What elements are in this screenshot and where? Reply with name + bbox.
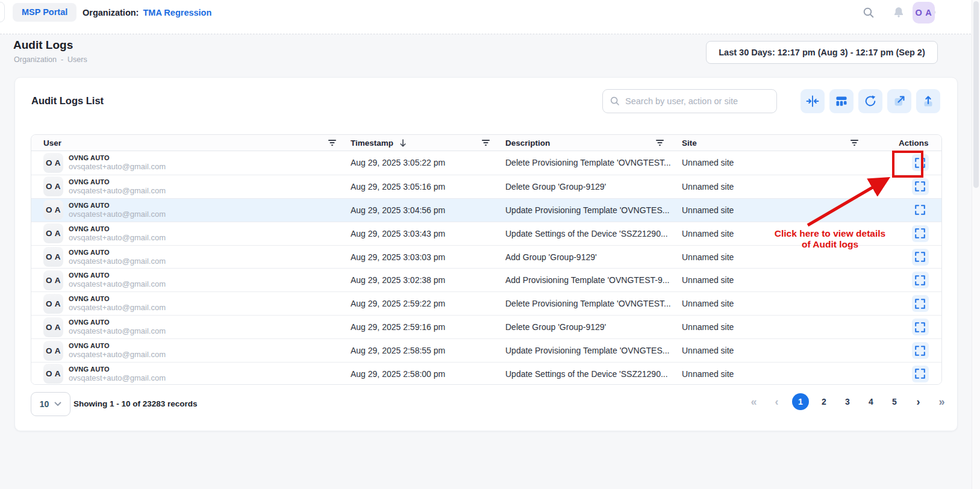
column-header-description[interactable]: Description xyxy=(505,139,682,148)
table-row[interactable]: O A OVNG AUTO ovsqatest+auto@gmail.com A… xyxy=(31,362,941,385)
table-row[interactable]: O A OVNG AUTO ovsqatest+auto@gmail.com A… xyxy=(31,151,941,175)
open-in-new-button[interactable] xyxy=(887,89,911,113)
view-details-button[interactable] xyxy=(912,272,929,288)
user-name: OVNG AUTO xyxy=(69,366,166,373)
table-row[interactable]: O A OVNG AUTO ovsqatest+auto@gmail.com A… xyxy=(31,291,941,315)
table-header-row: User Timestamp Description Site Actions xyxy=(31,135,941,151)
sort-desc-icon[interactable] xyxy=(399,139,407,148)
expand-icon xyxy=(915,205,925,215)
export-button[interactable] xyxy=(916,89,940,113)
msp-portal-button[interactable]: MSP Portal xyxy=(13,3,76,22)
page-title: Audit Logs xyxy=(13,39,73,52)
avatar: O A xyxy=(43,200,63,220)
table-row[interactable]: O A OVNG AUTO ovsqatest+auto@gmail.com A… xyxy=(31,268,941,291)
expand-icon xyxy=(915,322,925,332)
site-cell: Unnamed site xyxy=(682,346,899,355)
filter-icon[interactable] xyxy=(655,139,664,146)
user-cell: O A OVNG AUTO ovsqatest+auto@gmail.com xyxy=(43,270,351,290)
previous-page-button[interactable]: ‹ xyxy=(769,396,784,408)
date-range-picker[interactable]: Last 30 Days: 12:17 pm (Aug 3) - 12:17 p… xyxy=(706,41,938,64)
view-details-button[interactable] xyxy=(912,295,929,312)
avatar: O A xyxy=(43,176,63,196)
view-details-button[interactable] xyxy=(912,366,929,382)
breadcrumb: Organization - Users xyxy=(14,55,87,64)
page-button[interactable]: 4 xyxy=(863,393,879,410)
scrollbar-thumb[interactable] xyxy=(973,1,979,188)
user-email: ovsqatest+auto@gmail.com xyxy=(69,373,166,382)
expand-icon xyxy=(915,228,925,238)
table-row[interactable]: O A OVNG AUTO ovsqatest+auto@gmail.com A… xyxy=(31,315,941,338)
notifications-bell-icon[interactable] xyxy=(891,5,906,20)
user-name: OVNG AUTO xyxy=(69,202,166,209)
user-name: OVNG AUTO xyxy=(69,295,166,302)
next-page-button[interactable]: › xyxy=(911,396,926,408)
view-details-button[interactable] xyxy=(912,342,929,359)
user-cell: O A OVNG AUTO ovsqatest+auto@gmail.com xyxy=(43,247,351,267)
page-button[interactable]: 3 xyxy=(839,393,856,410)
expand-icon xyxy=(915,181,925,192)
avatar: O A xyxy=(43,294,63,314)
sidebar-collapsed-tab[interactable] xyxy=(0,2,5,22)
expand-icon xyxy=(915,275,925,285)
filter-icon[interactable] xyxy=(328,139,337,146)
filter-icon[interactable] xyxy=(850,139,859,146)
view-details-button[interactable] xyxy=(912,202,929,219)
column-header-site[interactable]: Site xyxy=(682,139,899,148)
site-cell: Unnamed site xyxy=(682,182,899,192)
column-header-user[interactable]: User xyxy=(43,139,351,148)
view-details-button[interactable] xyxy=(912,178,929,195)
first-page-button[interactable]: « xyxy=(746,396,761,408)
user-email: ovsqatest+auto@gmail.com xyxy=(69,257,166,266)
view-details-button[interactable] xyxy=(912,249,929,266)
page-button[interactable]: 5 xyxy=(886,393,903,410)
page-size-select[interactable]: 10 xyxy=(31,392,70,416)
organization-label: Organization: xyxy=(83,8,139,17)
page-button[interactable]: 1 xyxy=(792,393,809,410)
columns-settings-button[interactable] xyxy=(829,89,854,113)
user-name: OVNG AUTO xyxy=(69,272,166,279)
top-navigation-bar: MSP Portal Organization: TMA Regression … xyxy=(0,0,980,34)
description-cell: Delete Group 'Group-9129' xyxy=(505,182,682,192)
user-name: OVNG AUTO xyxy=(69,154,166,161)
search-icon[interactable] xyxy=(861,5,876,20)
site-cell: Unnamed site xyxy=(682,299,899,308)
page-buttons: 12345 xyxy=(792,393,903,410)
filter-icon[interactable] xyxy=(481,139,490,146)
table-search xyxy=(602,89,777,113)
user-cell: O A OVNG AUTO ovsqatest+auto@gmail.com xyxy=(43,294,351,314)
view-details-button[interactable] xyxy=(912,225,929,242)
table-row[interactable]: O A OVNG AUTO ovsqatest+auto@gmail.com A… xyxy=(31,245,941,269)
site-cell: Unnamed site xyxy=(682,322,899,332)
user-avatar[interactable]: O A xyxy=(913,2,935,23)
last-page-button[interactable]: » xyxy=(934,396,949,408)
view-details-button[interactable] xyxy=(912,154,929,171)
page-button[interactable]: 2 xyxy=(816,393,832,410)
table-row[interactable]: O A OVNG AUTO ovsqatest+auto@gmail.com A… xyxy=(31,338,941,362)
avatar: O A xyxy=(43,247,63,267)
user-name: OVNG AUTO xyxy=(69,249,166,256)
breadcrumb-item-users[interactable]: Users xyxy=(67,55,87,64)
expand-icon xyxy=(915,299,925,309)
table-row[interactable]: O A OVNG AUTO ovsqatest+auto@gmail.com A… xyxy=(31,175,941,198)
timestamp-cell: Aug 29, 2025 2:59:16 pm xyxy=(351,322,505,332)
user-cell: O A OVNG AUTO ovsqatest+auto@gmail.com xyxy=(43,176,351,196)
search-input[interactable] xyxy=(625,96,776,106)
timestamp-cell: Aug 29, 2025 3:05:22 pm xyxy=(351,158,505,167)
expand-icon xyxy=(915,158,925,168)
breadcrumb-item-organization[interactable]: Organization xyxy=(14,55,57,64)
timestamp-cell: Aug 29, 2025 2:59:22 pm xyxy=(351,299,505,308)
user-email: ovsqatest+auto@gmail.com xyxy=(69,162,166,171)
avatar: O A xyxy=(43,153,63,173)
user-email: ovsqatest+auto@gmail.com xyxy=(69,326,166,335)
user-name: OVNG AUTO xyxy=(69,319,166,326)
table-row[interactable]: O A OVNG AUTO ovsqatest+auto@gmail.com A… xyxy=(31,198,941,222)
organization-name-link[interactable]: TMA Regression xyxy=(143,8,211,17)
view-details-button[interactable] xyxy=(912,319,929,335)
column-header-timestamp[interactable]: Timestamp xyxy=(351,139,505,148)
page-scrollbar[interactable] xyxy=(972,0,980,489)
site-cell: Unnamed site xyxy=(682,369,899,379)
collapse-columns-button[interactable] xyxy=(801,89,825,113)
table-row[interactable]: O A OVNG AUTO ovsqatest+auto@gmail.com A… xyxy=(31,222,941,245)
refresh-button[interactable] xyxy=(858,89,882,113)
user-name: OVNG AUTO xyxy=(69,342,166,349)
